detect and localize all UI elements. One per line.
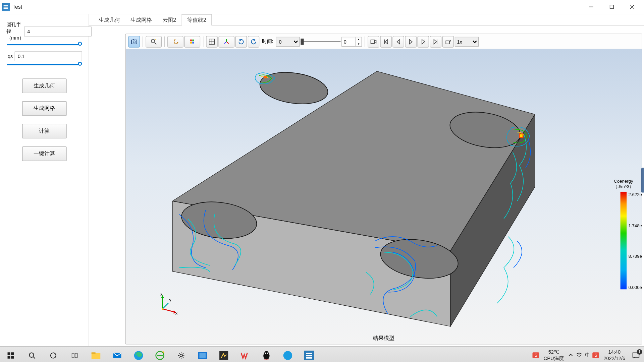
svg-rect-15 [190, 42, 192, 43]
svg-rect-9 [133, 39, 134, 40]
taskbar: S 52℃ CPU温度 中 S 14:40 2022/12/6 1 [0, 346, 644, 362]
svg-rect-54 [75, 353, 77, 357]
cpu-temp[interactable]: 52℃ CPU温度 [544, 349, 564, 361]
svg-point-50 [29, 353, 34, 357]
sogou-icon[interactable]: S [593, 352, 599, 358]
svg-text:z: z [160, 293, 162, 297]
legend-unit: （J/m^3） [608, 184, 639, 190]
color-cube-button[interactable] [184, 36, 200, 47]
svg-point-10 [151, 39, 155, 43]
svg-rect-1 [4, 6, 8, 7]
svg-rect-53 [72, 353, 74, 357]
axis-view-button[interactable] [218, 36, 234, 47]
gen-geom-button[interactable]: 生成几何 [22, 78, 66, 93]
wps-icon[interactable] [234, 346, 256, 362]
next-frame-button[interactable] [418, 36, 429, 47]
side-grip[interactable] [641, 168, 644, 192]
tabs: 生成几何 生成网格 云图2 等值线2 [89, 14, 644, 25]
titlebar: Test [0, 0, 644, 14]
record-button[interactable] [368, 36, 379, 47]
3d-canvas[interactable]: z y x 结果模型 Coenergy （J/m^3） 2.622e+11 [126, 49, 642, 344]
compute-button[interactable]: 计算 [22, 124, 66, 138]
svg-point-73 [264, 351, 269, 355]
ime-icon[interactable]: S [533, 352, 539, 358]
notification-icon[interactable]: 1 [628, 346, 644, 362]
time-slider[interactable] [301, 37, 340, 46]
svg-point-8 [133, 41, 136, 43]
model-label: 结果模型 [373, 335, 394, 342]
tab-gen-mesh[interactable]: 生成网格 [125, 15, 157, 25]
svg-rect-24 [446, 41, 449, 44]
zoom-button[interactable] [146, 36, 162, 47]
rotate-ccw-button[interactable] [248, 36, 259, 47]
search-button[interactable] [21, 346, 43, 362]
mail-icon[interactable] [107, 346, 128, 362]
svg-rect-79 [306, 355, 312, 356]
control-icon[interactable] [192, 346, 213, 362]
svg-rect-48 [8, 356, 10, 358]
legend-tick: 2.622e+11 [628, 192, 642, 197]
tab-isoline[interactable]: 等值线2 [181, 14, 212, 25]
radius-input[interactable] [24, 26, 92, 36]
legend-tick: 8.739e+10 [628, 254, 642, 259]
one-click-button[interactable]: 一键计算 [22, 146, 66, 161]
ime2-icon[interactable]: 中 [585, 352, 590, 359]
svg-rect-46 [8, 352, 10, 355]
start-button[interactable] [0, 346, 21, 362]
snapshot-button[interactable] [128, 36, 140, 47]
svg-rect-36 [520, 134, 523, 137]
first-frame-button[interactable] [380, 36, 391, 47]
wifi-icon[interactable] [576, 352, 583, 359]
time-spinner[interactable]: ▴▾ [341, 37, 362, 46]
qs-input[interactable] [15, 52, 82, 61]
last-frame-button[interactable] [430, 36, 441, 47]
cortana-button[interactable] [43, 346, 64, 362]
settings-icon[interactable] [170, 346, 192, 362]
svg-line-11 [155, 42, 156, 44]
select-mode-button[interactable] [167, 36, 183, 47]
current-app-icon[interactable] [299, 346, 320, 362]
svg-line-21 [226, 42, 229, 43]
radius-slider[interactable] [6, 44, 82, 45]
tab-contour[interactable]: 云图2 [157, 15, 181, 25]
svg-rect-70 [199, 353, 206, 357]
qq-icon[interactable] [256, 346, 277, 362]
color-legend: Coenergy （J/m^3） 2.622e+11 1.748e+11 8.7… [608, 179, 639, 291]
svg-rect-56 [92, 352, 96, 354]
svg-line-67 [179, 357, 180, 357]
browser-icon[interactable] [277, 346, 299, 362]
svg-line-68 [183, 353, 183, 354]
svg-point-60 [180, 354, 182, 357]
svg-line-41 [163, 303, 168, 309]
time-select[interactable]: 0 [276, 37, 300, 46]
svg-point-42 [162, 308, 163, 310]
rotate-cw-button[interactable] [235, 36, 247, 47]
maximize-button[interactable] [601, 0, 622, 14]
svg-rect-0 [4, 5, 8, 6]
minimize-button[interactable] [581, 0, 601, 14]
export-button[interactable] [442, 36, 454, 47]
play-button[interactable] [405, 36, 417, 47]
fit-view-button[interactable] [206, 36, 217, 47]
speed-select[interactable]: 1x [455, 37, 479, 46]
content: 生成几何 生成网格 云图2 等值线2 [89, 14, 644, 346]
close-button[interactable] [622, 0, 642, 14]
edge-icon[interactable] [128, 346, 149, 362]
svg-rect-2 [4, 8, 8, 9]
taskview-button[interactable] [64, 346, 86, 362]
app-icon-1[interactable] [213, 346, 235, 362]
tray-chevron-icon[interactable] [568, 352, 574, 359]
svg-line-22 [224, 42, 227, 43]
gen-mesh-button[interactable]: 生成网格 [22, 101, 66, 116]
tab-gen-geom[interactable]: 生成几何 [93, 15, 125, 25]
svg-rect-13 [190, 39, 192, 41]
legend-tick: 0.000e+00 [628, 285, 642, 290]
svg-text:y: y [169, 298, 171, 302]
svg-rect-7 [131, 40, 137, 44]
qs-slider[interactable] [6, 64, 82, 65]
prev-frame-button[interactable] [392, 36, 404, 47]
explorer-icon[interactable] [85, 346, 107, 362]
clock[interactable]: 14:40 2022/12/6 [603, 349, 625, 361]
ie-icon[interactable] [149, 346, 171, 362]
svg-line-51 [33, 357, 35, 358]
